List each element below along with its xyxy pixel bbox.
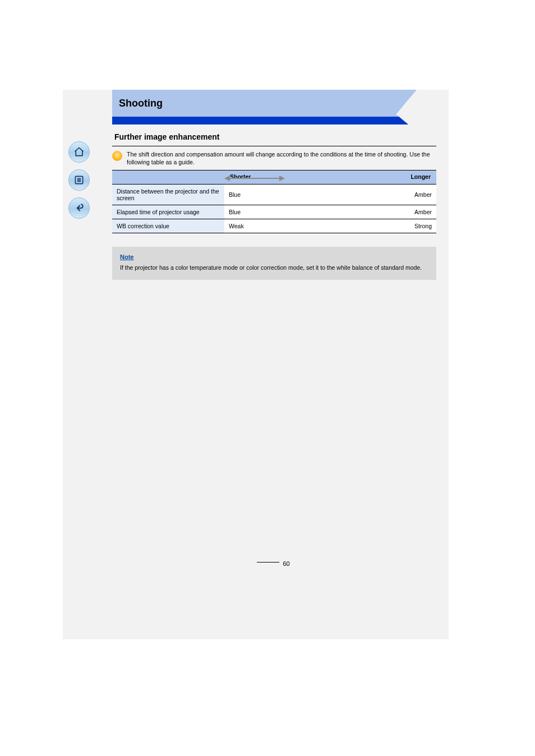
chapter-banner: Shooting: [112, 90, 436, 125]
note-body: If the projector has a color temperature…: [120, 264, 428, 271]
table-header-row: Shorter Longer: [112, 170, 436, 185]
note-box: Note If the projector has a color temper…: [112, 247, 436, 279]
content-column: Shooting Further image enhancement ♡ The…: [63, 90, 449, 639]
header-empty: [112, 170, 224, 185]
row0-label: Distance between the projector and the s…: [112, 185, 224, 205]
table-row: WB correction value Weak Strong: [112, 219, 436, 233]
spec-table: Shorter Longer Distance between the proj…: [112, 170, 436, 233]
header-range: Shorter Longer: [224, 170, 436, 185]
table-row: Elapsed time of projector usage Blue Amb…: [112, 205, 436, 219]
double-arrow-icon: [229, 178, 280, 179]
document-page: Shooting Further image enhancement ♡ The…: [0, 0, 535, 639]
tip-icon: ♡: [112, 151, 122, 161]
tip-block: ♡ The shift direction and compensation a…: [112, 146, 436, 170]
row2-label: WB correction value: [112, 219, 224, 233]
row1-label: Elapsed time of projector usage: [112, 205, 224, 219]
range-left-label: Shorter: [230, 173, 251, 180]
contents-icon[interactable]: [68, 169, 90, 191]
range-right-label: Longer: [411, 173, 431, 180]
table-row: Distance between the projector and the s…: [112, 185, 436, 205]
main-area: Shooting Further image enhancement ♡ The…: [112, 90, 436, 567]
section-heading: Further image enhancement: [112, 125, 436, 146]
row2-value: Weak Strong: [224, 219, 436, 233]
back-icon[interactable]: [68, 197, 90, 219]
row0-value: Blue Amber: [224, 185, 436, 205]
tip-text: The shift direction and compensation amo…: [127, 150, 434, 166]
note-label: Note: [120, 253, 428, 260]
page-footer: 60: [112, 560, 436, 567]
home-icon[interactable]: [68, 141, 90, 163]
page-number: 60: [283, 560, 289, 567]
chapter-title: Shooting: [119, 98, 163, 109]
sidebar-nav: [68, 141, 90, 219]
row1-value: Blue Amber: [224, 205, 436, 219]
